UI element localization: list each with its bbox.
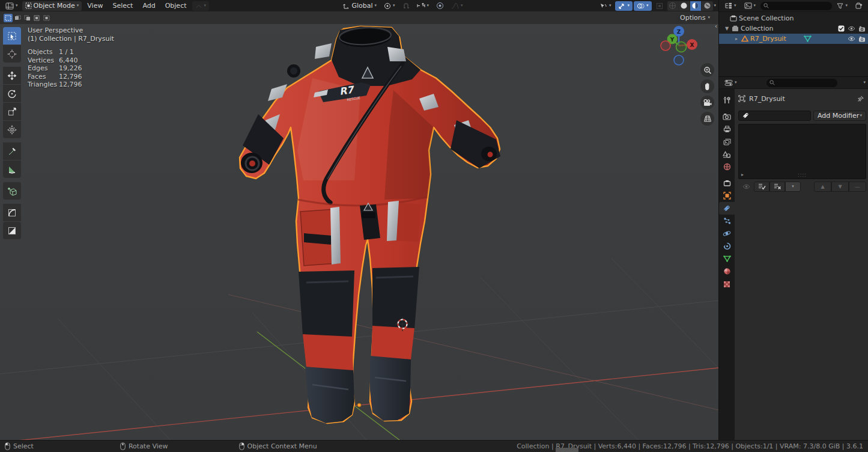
view-context: (1) Collection | R7_Drysuit: [28, 35, 114, 43]
tool-measure[interactable]: [3, 160, 21, 178]
shading-wireframe[interactable]: [667, 1, 679, 11]
menu-object[interactable]: Object: [161, 1, 191, 11]
toggle-visibility-button[interactable]: [738, 182, 754, 192]
select-mode-extend[interactable]: [13, 14, 22, 22]
svg-text:Y: Y: [670, 37, 675, 43]
menu-view[interactable]: View: [83, 1, 107, 11]
select-mode-intersect[interactable]: [42, 14, 51, 22]
exclude-checkbox[interactable]: [838, 25, 845, 32]
tab-view-layer[interactable]: [719, 135, 735, 148]
editor-type-button[interactable]: ▾: [2, 1, 21, 11]
outliner-filter-button[interactable]: ▾: [834, 1, 851, 11]
object-visibility-dropdown[interactable]: ▾: [596, 1, 615, 11]
new-collection-button[interactable]: [852, 1, 866, 11]
camera-view-button[interactable]: [700, 96, 714, 109]
outliner-editor-type-button[interactable]: ▾: [721, 1, 739, 11]
pan-button[interactable]: [700, 79, 714, 93]
options-button[interactable]: Options▾: [675, 13, 715, 23]
show-gizmo-dropdown[interactable]: ▾: [615, 1, 633, 11]
navigation-gizmo[interactable]: Z Y X: [656, 23, 702, 69]
tab-material[interactable]: [719, 265, 735, 278]
scene-canvas[interactable]: R7 RESCUE: [0, 0, 718, 440]
drysuit-model[interactable]: R7 RESCUE: [240, 26, 500, 423]
mouse-left-icon: [5, 442, 10, 450]
zoom-button[interactable]: [700, 63, 714, 77]
menu-add[interactable]: Add: [138, 1, 159, 11]
outliner-search[interactable]: [760, 2, 832, 10]
disable-render-camera-icon[interactable]: [858, 36, 866, 42]
toggle-ortho-button[interactable]: [700, 112, 714, 126]
proportional-editing-toggle[interactable]: [433, 1, 447, 11]
modifier-list-box[interactable]: ▸ ::::: [738, 124, 866, 179]
shading-dropdown[interactable]: ▾: [714, 4, 717, 8]
expand-arrow-icon[interactable]: ▼: [724, 26, 730, 31]
shading-rendered[interactable]: [702, 1, 713, 11]
enable-all-button[interactable]: [754, 182, 769, 192]
outliner-header: ▾ ▾ ▾: [719, 0, 868, 12]
mode-label: Object Mode: [34, 2, 75, 10]
pin-icon[interactable]: [857, 96, 864, 102]
shading-material-preview[interactable]: [690, 1, 702, 11]
move-down-button[interactable]: ▼: [831, 182, 849, 192]
tool-edge-slide[interactable]: [3, 222, 21, 239]
tool-add-cube[interactable]: [3, 182, 21, 200]
disable-render-camera-icon[interactable]: [858, 26, 866, 32]
pivot-point-dropdown[interactable]: ▾: [381, 1, 398, 11]
properties-search[interactable]: [766, 79, 837, 87]
tool-scale[interactable]: [3, 103, 21, 120]
tab-object[interactable]: [719, 189, 735, 202]
properties-editor-type-button[interactable]: ▾: [721, 78, 740, 88]
transform-widget-dropdown[interactable]: ▾: [192, 1, 210, 11]
tool-move[interactable]: [3, 67, 21, 84]
menu-select[interactable]: Select: [108, 1, 137, 11]
snap-toggle[interactable]: [399, 1, 413, 11]
expand-arrow-icon[interactable]: ▸: [733, 36, 739, 41]
right-panel: ▾ ▾ ▾: [718, 0, 868, 440]
hide-eye-icon[interactable]: [848, 36, 855, 41]
move-up-button[interactable]: ▲: [814, 182, 831, 192]
tab-constraints[interactable]: [719, 240, 735, 252]
tab-texture[interactable]: [719, 278, 735, 290]
panel-expand-arrow[interactable]: ▸: [741, 172, 744, 177]
select-mode-new[interactable]: [4, 14, 13, 22]
modifier-wrench-button[interactable]: [738, 111, 811, 121]
tab-collection[interactable]: [719, 177, 735, 189]
snap-target-dropdown[interactable]: ▾: [414, 1, 432, 11]
tool-cursor[interactable]: [3, 45, 21, 63]
tab-tool[interactable]: [719, 94, 735, 106]
hide-eye-icon[interactable]: [848, 26, 855, 31]
tool-annotate[interactable]: [3, 142, 21, 160]
outliner-row-scene-collection[interactable]: Scene Collection: [719, 13, 868, 23]
proportional-falloff-dropdown[interactable]: ▾: [448, 1, 466, 11]
tab-render[interactable]: [719, 110, 735, 123]
resize-grip[interactable]: ::::: [798, 173, 807, 178]
tool-select-box[interactable]: [3, 27, 21, 44]
tab-output[interactable]: [719, 123, 735, 135]
disable-all-button[interactable]: [769, 182, 785, 192]
tab-world[interactable]: [719, 160, 735, 173]
list-options-dropdown[interactable]: ▾: [785, 182, 801, 192]
select-mode-subtract[interactable]: [23, 14, 32, 22]
outliner-row-r7-drysuit[interactable]: ▸ R7_Drysuit: [719, 34, 868, 44]
select-mode-invert[interactable]: [32, 14, 41, 22]
mode-selector[interactable]: Object Mode ▾: [22, 1, 82, 11]
tool-rotate[interactable]: [3, 85, 21, 102]
tab-physics[interactable]: [719, 227, 735, 240]
tool-shear[interactable]: [3, 204, 21, 221]
shading-solid[interactable]: [679, 1, 690, 11]
tab-scene[interactable]: [719, 148, 735, 160]
outliner-row-collection[interactable]: ▼ Collection: [719, 23, 868, 34]
remove-button[interactable]: —: [849, 182, 866, 192]
xray-toggle[interactable]: [653, 1, 666, 11]
tool-transform[interactable]: [3, 121, 21, 138]
add-modifier-button[interactable]: Add Modifier▾: [813, 111, 866, 121]
orientation-dropdown[interactable]: Global ▾: [339, 1, 380, 11]
viewport-3d[interactable]: R7 RESCUE: [0, 0, 718, 440]
show-overlays-dropdown[interactable]: ▾: [634, 1, 652, 11]
properties-options-dropdown[interactable]: ▾: [863, 81, 866, 85]
tab-modifiers[interactable]: [719, 202, 735, 215]
breadcrumb-object-name[interactable]: R7_Drysuit: [749, 95, 785, 103]
outliner-display-mode-button[interactable]: ▾: [741, 1, 759, 11]
tab-particles[interactable]: [719, 215, 735, 227]
tab-data[interactable]: [719, 252, 735, 265]
